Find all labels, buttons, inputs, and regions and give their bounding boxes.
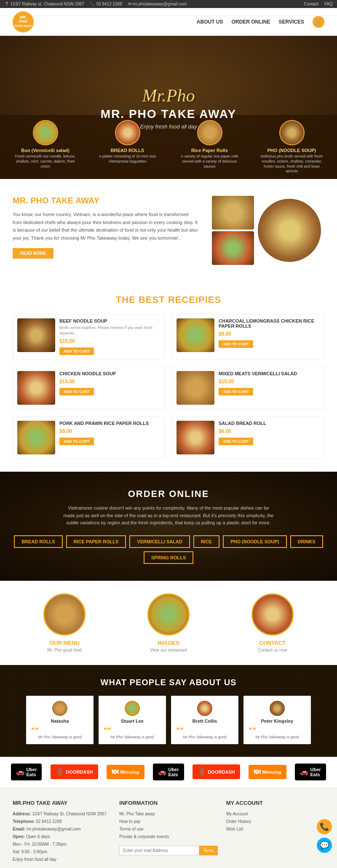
order-btn-6[interactable]: SPRING ROLLS	[144, 551, 194, 564]
food-cat-rice-name: Rice Paper Rolls	[191, 148, 228, 153]
footer-col-1: MR.PHO TAKE AWAY Address: 103/7 Railway …	[13, 800, 111, 868]
recipe-card-3: MIXED MEATS VERMICELLI SALAD $15.00 ADD …	[172, 366, 324, 409]
order-btn-0[interactable]: BREAD ROLLS	[14, 535, 62, 548]
add-to-cart-3[interactable]: ADD TO CART	[219, 388, 253, 395]
testimonial-avatar-0	[52, 701, 67, 716]
recipe-img-2	[17, 371, 55, 405]
highlights-section: OUR MENU Mr. Pho good food IMAGES View o…	[0, 581, 337, 665]
top-bar: 📍 103/7 Railway st, Chatwood NSW 2067 📞 …	[0, 0, 337, 8]
read-more-button[interactable]: READ MORE	[13, 248, 53, 259]
nav-about[interactable]: ABOUT US	[197, 19, 223, 25]
recipe-name-5: SALAD BREAD ROLL	[219, 421, 320, 426]
about-img-1	[212, 196, 254, 230]
email-info: ✉ mr.photakeaway@gmail.com	[128, 2, 187, 6]
cart-icon[interactable]: 🛒	[313, 16, 324, 28]
delivery-uber-0[interactable]: 🚗 UberEats	[11, 764, 42, 780]
testimonials-section: WHAT PEOPLE SAY ABOUT US Natasha ❝❝ Mr P…	[0, 665, 337, 757]
nav-order[interactable]: ORDER ONLINE	[232, 19, 270, 25]
highlight-item-1[interactable]: IMAGES View our restaurant	[147, 593, 190, 652]
add-to-cart-2[interactable]: ADD TO CART	[59, 388, 94, 395]
food-cat-bun-desc: Fresh vermicelli rice noodle, lettuce, s…	[12, 154, 79, 169]
order-buttons: BREAD ROLLS RICE PAPER ROLLS VERMICELLI …	[13, 535, 324, 564]
recipe-name-3: MIXED MEATS VERMICELLI SALAD	[219, 371, 320, 376]
recipe-name-4: PORK AND PRAWN RICE PAPER ROLLS	[59, 421, 160, 426]
recipe-card-0: BEEF NOODLE SOUP Broth comes together. P…	[13, 314, 165, 360]
footer-col3-title: MY ACCOUNT	[226, 800, 324, 806]
delivery-doordash-0[interactable]: 🚪 DOORDASH	[51, 764, 98, 779]
uber-label-1: UberEats	[168, 767, 179, 777]
footer-link-pay[interactable]: How to pay	[119, 818, 217, 825]
delivery-doordash-1[interactable]: 🚪 DOORDASH	[193, 764, 240, 779]
footer-link-events[interactable]: Private & corporate events	[119, 833, 217, 841]
recipe-img-1	[177, 318, 214, 352]
about-text: MR. PHO TAKE AWAY You know, our home cou…	[13, 196, 198, 265]
food-cat-rice-desc: A variety of regular rice paper rolls se…	[176, 154, 243, 169]
receipies-title: THE BEST RECEIPIES	[13, 294, 324, 305]
footer-history-link[interactable]: Order History	[226, 818, 324, 825]
contact-link[interactable]: Contact	[304, 2, 318, 6]
menulog-icon-0: 🍽	[112, 768, 118, 776]
testimonial-0: Natasha ❝❝ Mr Pho Takeaway is good	[26, 696, 94, 744]
recipe-card-2: CHICKEN NOODLE SOUP $15.00 ADD TO CART	[13, 366, 165, 409]
add-to-cart-4[interactable]: ADD TO CART	[59, 438, 94, 445]
footer-grid: MR.PHO TAKE AWAY Address: 103/7 Railway …	[13, 800, 324, 868]
nav-services[interactable]: SERVICES	[279, 19, 304, 25]
footer-account-link[interactable]: My Account	[226, 810, 324, 818]
delivery-menulog-1[interactable]: 🍽 Menulog	[249, 765, 286, 779]
recipe-price-3: $15.00	[219, 379, 320, 385]
recipe-card-5: SALAD BREAD ROLL $6.00 ADD TO CART	[172, 416, 324, 459]
food-cat-pho-name: PHO (NOODLE SOUP)	[267, 148, 316, 153]
phone-info: 📞 02 8412 2268	[90, 2, 122, 6]
order-btn-2[interactable]: VERMICELLI SALAD	[129, 535, 190, 548]
footer-tagline: Enjoy fresh food all day	[13, 856, 111, 863]
highlight-desc-0: Mr. Pho good food	[43, 648, 86, 652]
recipe-name-1: CHARCOAL LEMONGRASS CHICKEN RICE PAPER R…	[219, 318, 320, 329]
recipe-info-2: CHICKEN NOODLE SOUP $15.00 ADD TO CART	[59, 371, 160, 395]
food-cat-pho: PHO (NOODLE SOUP) Delicious pho broth se…	[258, 120, 326, 174]
faq-link[interactable]: FAQ	[324, 2, 333, 6]
testimonial-quote-0: ❝❝	[31, 726, 88, 734]
highlight-item-2[interactable]: CONTACT Contact us now	[251, 593, 294, 652]
testimonial-avatar-2	[197, 701, 212, 716]
order-btn-4[interactable]: PHO (NOODLE SOUP)	[223, 535, 287, 548]
delivery-uber-1[interactable]: 🚗 UberEats	[153, 764, 184, 780]
hero-main-title: MR. PHO TAKE AWAY	[101, 107, 236, 121]
testimonial-avatar-1	[125, 701, 140, 716]
highlight-item-0[interactable]: OUR MENU Mr. Pho good food	[43, 593, 86, 652]
uber-label-0: UberEats	[26, 767, 37, 777]
recipe-img-5	[177, 421, 214, 454]
testimonials-title: WHAT PEOPLE SAY ABOUT US	[13, 678, 324, 687]
order-btn-3[interactable]: RICE	[193, 535, 219, 548]
testimonial-text-3: Mr Pho Takeaway is good	[249, 735, 306, 739]
add-to-cart-0[interactable]: ADD TO CART	[59, 347, 94, 355]
recipe-img-0	[17, 318, 55, 352]
add-to-cart-5[interactable]: ADD TO CART	[219, 438, 253, 445]
footer-email-input[interactable]	[119, 846, 199, 855]
hero-subtitle: Enjoy fresh food all day	[101, 123, 236, 130]
phone-float-button[interactable]: 📞	[317, 819, 332, 834]
order-btn-5[interactable]: DRINKS	[290, 535, 323, 548]
order-btn-1[interactable]: RICE PAPER ROLLS	[66, 535, 126, 548]
recipe-price-1: $9.00	[219, 331, 320, 337]
add-to-cart-1[interactable]: ADD TO CART	[219, 340, 253, 348]
recipe-price-5: $6.00	[219, 428, 320, 434]
receipies-grid: BEEF NOODLE SOUP Broth comes together. P…	[13, 314, 324, 459]
testimonial-name-3: Peter Kingsley	[249, 718, 306, 724]
highlight-name-2: CONTACT	[251, 640, 294, 646]
delivery-menulog-0[interactable]: 🍽 Menulog	[107, 765, 144, 779]
recipe-desc-0: Broth comes together. Please mention if …	[59, 325, 160, 336]
footer-link-mrpho[interactable]: Mr. Pho Take away	[119, 810, 217, 818]
hero-content: Mr.Pho MR. PHO TAKE AWAY Enjoy fresh foo…	[101, 85, 236, 130]
footer: MR.PHO TAKE AWAY Address: 103/7 Railway …	[0, 787, 337, 868]
footer-link-terms[interactable]: Terms of use	[119, 825, 217, 833]
testimonial-2: Brett Collis ❝❝ Mr Pho Takeaway is good	[171, 696, 238, 744]
footer-wishlist-link[interactable]: Wish List	[226, 825, 324, 833]
testimonial-name-0: Natasha	[31, 718, 88, 724]
delivery-uber-2[interactable]: 🚗 UberEats	[295, 764, 326, 780]
recipe-info-5: SALAD BREAD ROLL $6.00 ADD TO CART	[219, 421, 320, 445]
footer-email-send[interactable]: Send	[199, 846, 217, 855]
footer-email-form: Send	[119, 846, 217, 855]
footer-email: Email: mr.photakeaway@gmail.com	[13, 825, 111, 833]
chat-float-button[interactable]: 💬	[317, 838, 332, 853]
recipe-name-0: BEEF NOODLE SOUP	[59, 318, 160, 323]
